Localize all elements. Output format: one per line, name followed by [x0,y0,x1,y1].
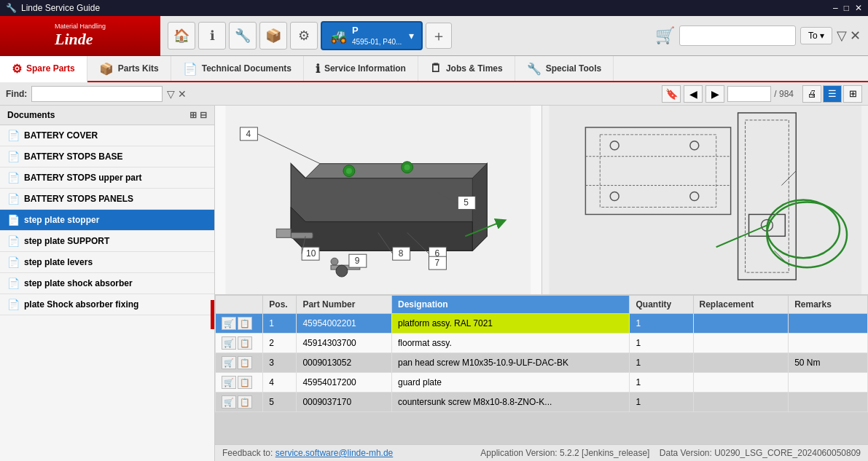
clear-find-icon[interactable]: ✕ [178,88,187,100]
home-button[interactable]: 🏠 [168,22,195,50]
add-vehicle-button[interactable]: ＋ [426,23,452,49]
note-button[interactable]: 📋 [238,336,252,350]
row-part-number: 0009037170 [297,393,392,412]
sidebar-item-step-plate-support[interactable]: 📄 step plate SUPPORT [0,231,214,252]
doc-icon: 📄 [7,130,20,141]
sidebar-item-step-plate-shock-absorber[interactable]: 📄 step plate shock absorber [0,273,214,294]
table-scroll-container[interactable]: Pos. Part Number Designation Quantity Re… [215,295,868,444]
filter-icon[interactable]: ▽ [167,88,175,100]
cart-button[interactable]: 🛒 [222,336,236,350]
tab-service-information[interactable]: ℹ Service Information [304,56,418,81]
diagram-left: 4 5 6 7 [215,106,542,294]
row-pos: 3 [263,353,297,373]
prev-page-button[interactable]: ◀ [684,85,703,103]
vehicle-dropdown-icon: ▾ [409,30,414,42]
global-search-input[interactable] [679,25,796,46]
row-pos: 2 [263,334,297,353]
doc-icon: 📄 [7,193,20,205]
col-remarks[interactable]: Remarks [789,296,868,314]
filter-buttons: ▽ ✕ [837,28,861,44]
table-row[interactable]: 🛒 📋 4 45954017200 guard plate 1 [216,373,868,393]
sidebar-item-step-plate-levers[interactable]: 📄 step plate levers [0,252,214,273]
svg-text:10: 10 [306,248,316,259]
table-row[interactable]: 🛒 📋 2 45914303700 floormat assy. 1 [216,334,868,353]
minimize-button[interactable]: – [833,3,838,13]
nav-tabs: ⚙ Spare Parts 📦 Parts Kits 📄 Technical D… [0,56,868,82]
svg-marker-2 [305,164,487,178]
grid-view-button[interactable]: ⊞ [843,85,862,103]
row-remarks [789,314,868,334]
sidebar-collapse-icon[interactable]: ⊟ [200,110,207,120]
feedback-email[interactable]: service.software@linde-mh.de [275,448,394,458]
settings-button[interactable]: ⚙ [290,22,318,50]
sidebar-item-battery-stops-upper[interactable]: 📄 BATTERY STOPS upper part [0,168,214,189]
row-pos: 5 [263,393,297,412]
sidebar-item-step-plate-stopper[interactable]: 📄 step plate stopper [0,210,214,231]
diagram-area: 4 5 6 7 [215,106,868,295]
row-remarks: 50 Nm [789,353,868,373]
close-button[interactable]: ✕ [855,3,862,13]
note-button[interactable]: 📋 [238,356,252,369]
logo-text: Linde [55,30,93,49]
cart-icon[interactable]: 🛒 [655,26,675,45]
clear-filter-icon[interactable]: ✕ [850,28,861,44]
col-replacement[interactable]: Replacement [693,296,789,314]
svg-point-20 [331,258,338,265]
row-designation: countersunk screw M8x10-8.8-ZNO-K... [391,393,630,412]
bookmark-button[interactable]: 🔖 [662,85,681,103]
cart-button[interactable]: 🛒 [222,356,236,369]
sidebar-header-icons: ⊞ ⊟ [189,110,207,120]
find-input[interactable] [31,86,163,102]
service-info-icon: ℹ [316,62,320,76]
page-number-input[interactable]: 921 [727,86,771,102]
col-pos[interactable]: Pos. [263,296,297,314]
col-actions [216,296,263,314]
tab-special-tools[interactable]: 🔧 Special Tools [515,56,614,81]
row-remarks [789,373,868,393]
parts-button[interactable]: 📦 [259,22,287,50]
active-vehicle-button[interactable]: 🚜 P 4595-01, P40... ▾ [321,21,423,50]
cart-button[interactable]: 🛒 [222,317,236,330]
col-part-number[interactable]: Part Number [297,296,392,314]
svg-text:5: 5 [464,197,469,208]
cart-button[interactable]: 🛒 [222,376,236,389]
col-quantity[interactable]: Quantity [630,296,693,314]
titlebar-left: 🔧 Linde Service Guide [6,3,100,13]
table-row[interactable]: 🛒 📋 3 0009013052 pan head screw M10x35-1… [216,353,868,373]
row-pos: 1 [263,314,297,334]
tab-jobs-times[interactable]: 🗒 Jobs & Times [418,56,515,81]
sidebar-item-battery-stops-base[interactable]: 📄 BATTERY STOPS BASE [0,146,214,168]
row-remarks [789,334,868,353]
find-bar: Find: ▽ ✕ 🔖 ◀ ▶ 921 / 984 🖨 ☰ ⊞ [0,82,868,106]
sidebar-item-plate-shock-fixing[interactable]: 📄 plate Shock absorber fixing [0,294,214,315]
col-designation[interactable]: Designation [391,296,630,314]
filter-icon[interactable]: ▽ [837,28,847,44]
note-button[interactable]: 📋 [238,317,252,330]
sidebar-expand-icon[interactable]: ⊞ [189,110,197,120]
row-pos: 4 [263,373,297,393]
info-button[interactable]: ℹ [198,22,226,50]
tab-technical-documents[interactable]: 📄 Technical Documents [171,56,304,81]
toolbar: 🏠 ℹ 🔧 📦 ⚙ 🚜 P 4595-01, P40... ▾ ＋ [160,21,459,50]
row-replacement [693,393,789,412]
next-page-button[interactable]: ▶ [705,85,724,103]
feedback-label: Feedback to: [222,448,273,458]
maximize-button[interactable]: □ [844,3,849,13]
print-button[interactable]: 🖨 [802,85,821,103]
parts-table: Pos. Part Number Designation Quantity Re… [215,295,868,412]
cart-button[interactable]: 🛒 [222,395,236,409]
table-row[interactable]: 🛒 📋 5 0009037170 countersunk screw M8x10… [216,393,868,412]
sidebar-item-battery-stops-panels[interactable]: 📄 BATTERY STOPS PANELS [0,189,214,210]
sidebar-item-battery-cover[interactable]: 📄 BATTERY COVER [0,125,214,146]
tab-parts-kits[interactable]: 📦 Parts Kits [87,56,171,81]
tab-spare-parts[interactable]: ⚙ Spare Parts [0,56,87,82]
main-content: Documents ⊞ ⊟ 📄 BATTERY COVER 📄 BATTERY … [0,106,868,461]
feedback-section: Feedback to: service.software@linde-mh.d… [222,448,393,458]
note-button[interactable]: 📋 [238,395,252,409]
search-area: 🛒 To ▾ ▽ ✕ [655,25,868,46]
table-view-button[interactable]: ☰ [823,85,842,103]
tools-button[interactable]: 🔧 [229,22,257,50]
note-button[interactable]: 📋 [238,376,252,389]
to-button[interactable]: To ▾ [800,27,832,44]
table-row[interactable]: 🛒 📋 1 45954002201 platform assy. RAL 702… [216,314,868,334]
